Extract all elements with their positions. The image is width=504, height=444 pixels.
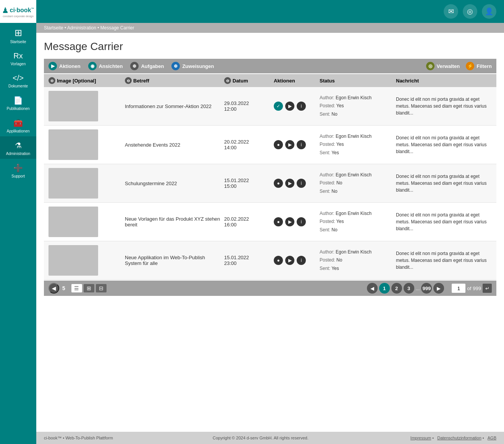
tasks-button[interactable]: ⊕ Aufgaben: [130, 62, 164, 70]
toolbar-right: ◎ Verwalten ⚡ Filtern: [426, 62, 492, 70]
startseite-icon: ⊞: [15, 27, 22, 38]
row-date: 15.01.2022 15:00: [224, 178, 274, 189]
row-status: Author: Egon Erwin KischPosted: YesSent:…: [320, 132, 396, 157]
action-dot-icon[interactable]: ●: [274, 256, 283, 265]
col-datum-icon: ⊖: [224, 77, 231, 84]
col-image-icon: ⊖: [48, 77, 55, 84]
logo-figure-icon: ♟: [2, 6, 9, 15]
action-dot-icon[interactable]: ●: [274, 140, 283, 149]
action-play-icon[interactable]: ▶: [285, 179, 294, 188]
table-row: Anstehende Events 202220.02.2022 14:00●▶…: [44, 126, 496, 164]
sidebar-item-dokumente[interactable]: </> Dokumente: [0, 69, 36, 91]
assignments-label: Zuweisungen: [182, 63, 214, 69]
view-icons: ☰ ⊞ ⊟: [71, 284, 107, 292]
action-play-icon[interactable]: ▶: [285, 102, 294, 111]
user-button[interactable]: 👤: [482, 4, 496, 19]
row-status: Author: Egon Erwin KischPosted: YesSent:…: [320, 210, 396, 234]
agb-link[interactable]: AGB: [488, 436, 496, 440]
row-subject: Anstehende Events 2022: [125, 142, 224, 148]
view-cols-button[interactable]: ⊟: [96, 284, 107, 292]
sidebar-label-support: Support: [11, 174, 25, 178]
support-icon: ➕: [13, 163, 23, 173]
row-image: [48, 91, 98, 121]
view-grid-button[interactable]: ⊞: [84, 284, 94, 292]
row-actions: ✓▶i: [274, 102, 320, 111]
row-message: Donec id elit non mi porta gravida at eg…: [396, 96, 492, 116]
action-info-icon[interactable]: i: [297, 140, 306, 149]
page-2-button[interactable]: 2: [391, 283, 402, 294]
row-image: [48, 245, 98, 276]
sidebar-item-publikationen[interactable]: 📄 Publikationen: [0, 91, 36, 114]
row-image: [48, 168, 98, 199]
sidebar-item-administration[interactable]: ⚗ Administration: [0, 136, 36, 159]
mail-button[interactable]: ✉: [444, 4, 458, 19]
views-icon: ◉: [88, 62, 97, 70]
row-subject: Informationen zur Sommer-Aktion 2022: [125, 103, 224, 109]
manage-button[interactable]: ◎ Verwalten: [426, 62, 460, 70]
tasks-icon: ⊕: [130, 62, 139, 70]
action-dot-icon[interactable]: ●: [274, 179, 283, 188]
action-play-icon[interactable]: ▶: [285, 256, 294, 265]
action-play-icon[interactable]: ▶: [285, 217, 294, 226]
sidebar-item-startseite[interactable]: ⊞ Startseite: [0, 23, 36, 47]
compass-button[interactable]: ◎: [463, 4, 477, 19]
row-actions: ●▶i: [274, 217, 320, 226]
logo-tagline: constant corporate design: [3, 15, 34, 18]
administration-icon: ⚗: [15, 141, 22, 150]
row-actions: ●▶i: [274, 256, 320, 265]
footer-links: Impressum • Datenschutzinformation • AGB: [408, 436, 496, 440]
impressum-link[interactable]: Impressum: [410, 436, 431, 440]
action-play-icon[interactable]: ▶: [285, 140, 294, 149]
manage-icon: ◎: [426, 62, 435, 70]
page-of-label: of: [467, 286, 471, 291]
col-betreff-label: Betreff: [133, 78, 149, 84]
datenschutz-link[interactable]: Datenschutzinformation: [437, 436, 481, 440]
top-header: ✉ ◎ 👤: [36, 0, 504, 23]
page-999-button[interactable]: 999: [421, 283, 432, 294]
toolbar: ▶ Aktionen ◉ Ansichten ⊕ Aufgaben ⊕ Zuwe…: [44, 59, 496, 73]
pagination: ◀ 1 2 3 ... 999 ▶: [367, 283, 444, 294]
filter-button[interactable]: ⚡ Filtern: [466, 62, 492, 70]
row-subject: Neue Applikation im Web-To-Publish Syste…: [125, 255, 224, 266]
main-wrapper: ✉ ◎ 👤 Startseite • Administration • Mess…: [36, 0, 504, 432]
page-prev-button[interactable]: ◀: [367, 283, 378, 294]
page-3-button[interactable]: 3: [404, 283, 414, 294]
row-image: [48, 129, 98, 160]
page-next-button[interactable]: ▶: [433, 283, 444, 294]
action-info-icon[interactable]: i: [297, 179, 306, 188]
page-title: Message Carrier: [44, 40, 496, 53]
breadcrumb: Startseite • Administration • Message Ca…: [36, 23, 504, 33]
assignments-button[interactable]: ⊕ Zuweisungen: [171, 62, 214, 70]
page-1-button[interactable]: 1: [379, 283, 390, 294]
views-button[interactable]: ◉ Ansichten: [88, 62, 123, 70]
col-image-label: Image [Optional]: [57, 78, 96, 84]
footer-center: Copyright © 2024 d-serv GmbH. All rights…: [213, 436, 309, 440]
page-input[interactable]: [452, 284, 465, 293]
logo-name: ci·book™: [10, 7, 34, 14]
action-dot-icon[interactable]: ●: [274, 217, 283, 226]
page-enter-button[interactable]: ↵: [483, 284, 492, 293]
manage-label: Verwalten: [437, 63, 460, 69]
sidebar-item-support[interactable]: ➕ Support: [0, 159, 36, 181]
col-datum-label: Datum: [233, 78, 248, 84]
action-info-icon[interactable]: i: [297, 217, 306, 226]
page-size-prev-button[interactable]: ◀: [48, 283, 59, 294]
sidebar-label-publikationen: Publikationen: [6, 107, 29, 111]
publikationen-icon: 📄: [13, 96, 23, 105]
action-info-icon[interactable]: i: [297, 102, 306, 111]
view-list-button[interactable]: ☰: [71, 284, 82, 292]
sidebar: ♟ ci·book™ constant corporate design ⊞ S…: [0, 0, 36, 444]
sidebar-item-vorlagen[interactable]: Rx Vorlagen: [0, 47, 36, 69]
sidebar-label-vorlagen: Vorlagen: [11, 62, 26, 66]
action-info-icon[interactable]: i: [297, 256, 306, 265]
row-message: Donec id elit non mi porta gravida at eg…: [396, 212, 492, 232]
page-dots: ...: [416, 286, 420, 291]
table-body: Informationen zur Sommer-Aktion 202229.0…: [44, 87, 496, 280]
table-row: Informationen zur Sommer-Aktion 202229.0…: [44, 87, 496, 126]
row-actions: ●▶i: [274, 179, 320, 188]
row-actions: ●▶i: [274, 140, 320, 149]
user-icon: 👤: [485, 7, 493, 16]
sidebar-item-applikationen[interactable]: 🧰 Applikationen: [0, 114, 36, 136]
action-check-icon[interactable]: ✓: [274, 102, 283, 111]
actions-button[interactable]: ▶ Aktionen: [48, 62, 81, 70]
